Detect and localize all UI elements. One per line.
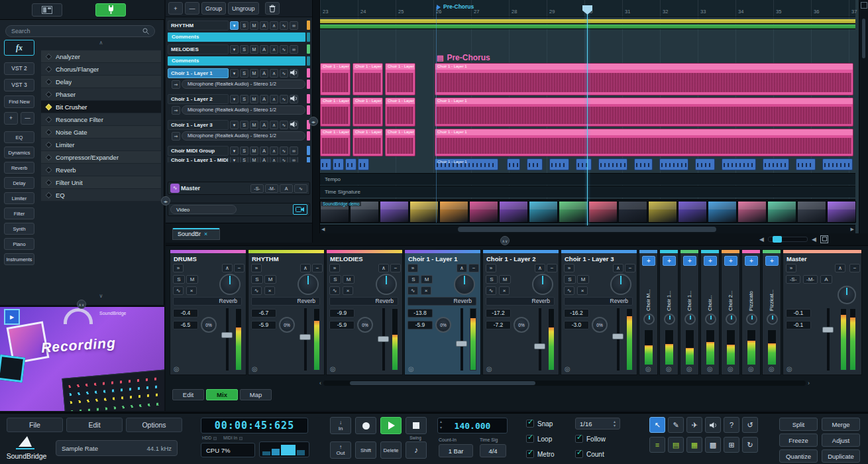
send-pan-knob[interactable]: 0% [357,317,373,333]
mixer-strip-rhythm[interactable]: RHYTHM»∧−SM∿×Reverb-6.7-5.90%◎ [248,249,325,375]
automation-button[interactable]: A [260,21,268,30]
mixer-narrow-strip-choir-1[interactable]: +Choir 1...◎ [659,249,678,375]
video-thumbnail[interactable] [439,201,468,223]
category-dynamics[interactable]: Dynamics [4,146,34,158]
volume-fader[interactable] [380,308,388,371]
punch-in-button[interactable]: ↓In [330,417,351,434]
collapse-icon[interactable]: ▾ [230,69,239,78]
fader-handle[interactable] [299,334,311,340]
mute-button[interactable]: M [250,45,258,54]
video-thumbnail[interactable] [827,201,856,223]
midi-clip[interactable] [549,158,569,170]
pan-knob[interactable] [767,314,778,325]
add-insert-button[interactable]: + [663,256,676,266]
crossfade-icon[interactable]: × [577,286,588,295]
midi-clip[interactable] [333,158,344,170]
tool-pointer[interactable]: ↖ [649,417,665,433]
fold-icon[interactable]: ∧ [835,264,845,272]
tool-grid[interactable]: ▦ [686,437,702,453]
tempo-display[interactable]: 140.000 [437,418,508,434]
pan-knob[interactable] [838,286,856,304]
video-camera-button[interactable] [293,204,307,215]
mixer-narrow-strip-choir-m[interactable]: +Choir M...◎ [639,249,658,375]
automation-icon[interactable]: ∿ [251,286,262,295]
volume-fader[interactable] [824,308,832,371]
splitter-browser-tracks[interactable]: ◂▸ [161,196,170,205]
mixer-narrow-strip-choir[interactable]: +Choir...◎ [700,249,720,375]
automation-button[interactable]: A [260,95,268,103]
narrow-icon[interactable]: − [312,264,323,272]
curve-icon[interactable]: ∿ [280,146,288,155]
splitter-tracks-timeline[interactable]: ◂▸ [309,117,318,126]
comment-row[interactable]: Comments [168,56,310,66]
solo-button[interactable]: S [240,69,248,78]
window-layout-button[interactable] [32,3,62,17]
category-reverb[interactable]: Reverb [4,162,34,174]
comment-row[interactable]: Comments [168,32,310,42]
add-insert-button[interactable]: + [704,256,717,266]
master-solo-button[interactable]: -S- [250,184,264,193]
tab-fx[interactable]: fx [4,40,34,56]
monitor-speaker-icon[interactable] [290,95,298,103]
mixer-strip-choir-1-layer-1[interactable]: Choir 1 - Layer 1»∧−SM∿×Reverb-13.8-5.90… [404,249,481,375]
volume-fader[interactable] [223,308,231,371]
time-signature-lane[interactable]: Time Signature [320,186,855,198]
monitor-speaker-icon[interactable] [290,69,298,78]
zoom-slider[interactable] [768,237,808,242]
video-thumbnail[interactable] [678,201,707,223]
mute-button[interactable]: M [250,69,258,78]
midi-clip[interactable] [722,158,756,170]
automation-button[interactable]: A [260,121,268,129]
mixer-strip-choir-1-layer-2[interactable]: Choir 1 - Layer 2»∧−SM∿×Reverb-17.2-7.20… [482,249,559,375]
find-new-button[interactable]: Find New [4,95,34,108]
add-insert-button[interactable]: + [745,256,758,266]
route-icon[interactable]: » [564,264,574,272]
send-gain-value[interactable]: -5.9 [329,321,354,329]
project-tab[interactable]: SoundBr × [172,228,220,240]
add-insert-button[interactable]: + [724,256,737,266]
video-thumbnail[interactable] [529,201,558,223]
volume-fader[interactable] [536,308,544,371]
route-icon[interactable]: » [407,264,418,272]
automation-icon[interactable]: ∿ [486,286,496,295]
mute-button[interactable]: M [250,157,258,162]
midi-clip[interactable] [598,158,627,170]
send-gain-value[interactable]: -3.0 [564,321,589,329]
mute-button[interactable]: M [186,275,198,284]
volume-fader[interactable] [614,308,622,371]
scroll-left-icon[interactable]: ◀ [321,227,325,232]
mixer-strip-choir-1-layer-3[interactable]: Choir 1 - Layer 3»∧−SM∿×Reverb-16.2-3.00… [561,249,637,375]
audio-clip[interactable]: Choir 1 - Layer 1 [353,129,383,156]
collapse-icon[interactable]: ▾ [230,146,239,155]
send-gain-value[interactable]: -6.5 [173,321,198,329]
midi-clip[interactable] [576,158,592,170]
promo-banner[interactable]: ▶ SoundBridge Recording [0,306,164,411]
plugin-item-reverb[interactable]: Reverb [41,164,161,176]
plugin-item-eq[interactable]: EQ [41,189,161,202]
mixer-narrow-strip-choir-2[interactable]: +Choir 2...◎ [721,249,740,375]
midi-clip[interactable] [822,158,853,170]
scroll-up-icon[interactable]: ∧ [41,40,161,48]
mute-button[interactable]: M [343,275,354,284]
midi-clip[interactable] [634,158,653,170]
collapse-icon[interactable]: ▾ [230,45,239,54]
category-eq[interactable]: EQ [4,131,34,143]
fader-handle[interactable] [378,336,389,342]
track-name[interactable]: RHYTHM [168,21,229,30]
automation-button[interactable]: A [260,146,268,155]
video-thumbnail[interactable] [618,201,647,223]
track-name[interactable]: MELODIES [168,44,229,54]
search-input[interactable]: Search [5,25,155,37]
midi-clip[interactable] [796,158,816,170]
send-slot[interactable]: Reverb [329,297,398,306]
route-icon[interactable]: » [251,264,262,272]
automation-button[interactable]: A [260,45,268,54]
pan-knob[interactable] [705,314,716,325]
gain-value[interactable]: -6.7 [251,309,276,318]
midi-clip[interactable] [345,158,356,170]
checkbox-snap[interactable]: ✓Snap [526,419,555,428]
send-gain-value[interactable]: -7.2 [486,321,511,329]
track-name[interactable]: Choir MIDI Group [168,146,229,156]
link-icon[interactable]: ∞ [290,146,298,155]
solo-button[interactable]: S [329,275,341,284]
